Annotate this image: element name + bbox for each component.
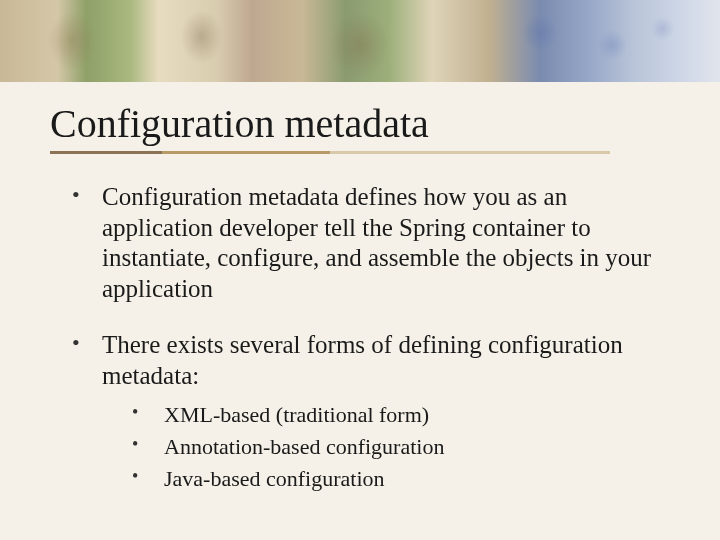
bullet-text: There exists several forms of defining c… xyxy=(102,331,623,389)
sub-item: Java-based configuration xyxy=(132,463,670,495)
bullet-list: Configuration metadata defines how you a… xyxy=(50,182,670,495)
sub-list: XML-based (traditional form) Annotation-… xyxy=(102,399,670,495)
bullet-item: Configuration metadata defines how you a… xyxy=(72,182,670,304)
bullet-item: There exists several forms of defining c… xyxy=(72,330,670,495)
title-underline xyxy=(50,151,610,154)
slide-content: Configuration metadata Configuration met… xyxy=(0,82,720,495)
sub-item: Annotation-based configuration xyxy=(132,431,670,463)
bullet-text: Configuration metadata defines how you a… xyxy=(102,183,651,302)
slide-title: Configuration metadata xyxy=(50,100,670,147)
sub-item: XML-based (traditional form) xyxy=(132,399,670,431)
decorative-banner xyxy=(0,0,720,82)
